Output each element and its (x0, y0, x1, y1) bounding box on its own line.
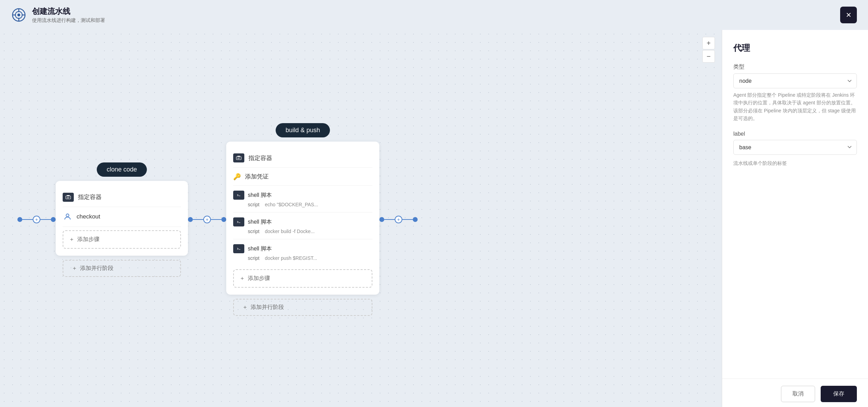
credential-row[interactable]: 🔑 添加凭证 (233, 168, 372, 186)
add-parallel-button-1[interactable]: ＋ 添加并行阶段 (63, 260, 181, 277)
pipeline-canvas: + clone code (17, 123, 418, 316)
add-parallel-plus-icon-1: ＋ (72, 265, 77, 272)
add-step-label-2: 添加步骤 (248, 275, 270, 282)
svg-rect-8 (67, 195, 70, 196)
shell-icon-2 (233, 217, 244, 226)
zoom-controls: + − (702, 37, 715, 63)
right-connector: + (379, 216, 418, 223)
mid-connector-1: + (188, 216, 226, 223)
checkout-label: checkout (77, 213, 100, 220)
shell-title-3: shell 脚本 (248, 245, 272, 253)
type-description: Agent 部分指定整个 Pipeline 或特定阶段将在 Jenkins 环境… (733, 91, 857, 122)
connector-line-1 (22, 219, 33, 220)
add-parallel-plus-icon-2: ＋ (242, 304, 248, 311)
stage-1-card: 指定容器 checkout ＋ (56, 181, 188, 256)
add-step-button-1[interactable]: ＋ 添加步骤 (63, 230, 181, 249)
panel-title: 代理 (733, 42, 857, 54)
connector-dot-2 (51, 217, 56, 222)
connector-line-4 (211, 219, 221, 220)
container-label-1: 指定容器 (78, 193, 102, 201)
container-row-2[interactable]: 指定容器 (233, 149, 372, 168)
shell-header-2: shell 脚本 (233, 217, 372, 226)
save-button[interactable]: 保存 (821, 386, 857, 402)
svg-rect-16 (236, 193, 241, 197)
label-form-group: label base node maven 流水线或单个阶段的标签 (733, 131, 857, 167)
checkout-icon (63, 212, 72, 222)
add-stage-after[interactable]: + (395, 216, 402, 223)
shell-icon-3 (233, 244, 244, 253)
label-description: 流水线或单个阶段的标签 (733, 160, 857, 167)
header-title-block: 创建流水线 使用流水线进行构建，测试和部署 (32, 6, 105, 24)
shell-header-3: shell 脚本 (233, 244, 372, 253)
shell-script-1: script echo "$DOCKER_PAS... (233, 202, 372, 207)
svg-rect-13 (237, 156, 240, 157)
connector-line-2 (40, 219, 51, 220)
checkout-step[interactable]: checkout (63, 207, 181, 227)
add-parallel-label-2: 添加并行阶段 (251, 304, 284, 311)
credential-label: 添加凭证 (245, 173, 269, 181)
page-subtitle: 使用流水线进行构建，测试和部署 (32, 17, 105, 24)
add-parallel-label-1: 添加并行阶段 (80, 265, 113, 272)
shell-step-2[interactable]: shell 脚本 script docker build -f Docke... (233, 213, 372, 239)
cancel-button[interactable]: 取消 (781, 386, 815, 402)
connector-line-3 (193, 219, 203, 220)
connector-dot-4 (221, 217, 226, 222)
connector-line-5 (384, 219, 395, 220)
add-step-plus-icon-2: ＋ (239, 275, 245, 282)
shell-step-1[interactable]: shell 脚本 script echo "$DOCKER_PAS... (233, 186, 372, 213)
stage-1-label: clone code (97, 162, 147, 177)
add-stage-between[interactable]: + (203, 216, 211, 223)
connector-dot-5 (379, 217, 384, 222)
stage-build-push: build & push 指定容器 (226, 123, 379, 316)
left-connector: + (17, 216, 56, 223)
container-icon-1 (63, 193, 74, 202)
type-label: 类型 (733, 63, 857, 71)
connector-dot-1 (17, 217, 22, 222)
svg-rect-18 (236, 220, 241, 224)
add-step-button-2[interactable]: ＋ 添加步骤 (233, 269, 372, 288)
zoom-out-button[interactable]: − (702, 50, 715, 63)
right-panel: 代理 类型 node any none docker kubernetes Ag… (722, 30, 868, 407)
type-select[interactable]: node any none docker kubernetes (733, 73, 857, 88)
container-icon-2 (233, 153, 244, 162)
stage-2-label: build & push (276, 123, 330, 137)
type-form-group: 类型 node any none docker kubernetes Agent… (733, 63, 857, 122)
container-row-1[interactable]: 指定容器 (63, 188, 181, 207)
header-left: 创建流水线 使用流水线进行构建，测试和部署 (11, 6, 105, 24)
key-icon: 🔑 (233, 173, 241, 181)
label-select[interactable]: base node maven (733, 140, 857, 155)
container-label-2: 指定容器 (248, 154, 272, 162)
stage-2-card: 指定容器 🔑 添加凭证 (226, 142, 379, 295)
panel-footer: 取消 保存 (722, 378, 868, 407)
shell-title-1: shell 脚本 (248, 192, 272, 199)
add-stage-before-1[interactable]: + (33, 216, 40, 223)
shell-header-1: shell 脚本 (233, 191, 372, 200)
header: 创建流水线 使用流水线进行构建，测试和部署 ✕ (0, 0, 868, 30)
add-step-plus-icon-1: ＋ (69, 236, 74, 243)
panel-content: 代理 类型 node any none docker kubernetes Ag… (722, 30, 868, 378)
connector-dot-6 (413, 217, 418, 222)
svg-point-6 (17, 14, 20, 16)
logo-icon (11, 7, 26, 23)
stage-clone-code: clone code 指定容器 (56, 162, 188, 277)
shell-icon-1 (233, 191, 244, 200)
shell-title-2: shell 脚本 (248, 218, 272, 226)
label-label: label (733, 131, 857, 137)
svg-point-11 (66, 214, 69, 217)
add-parallel-button-2[interactable]: ＋ 添加并行阶段 (233, 299, 372, 316)
close-button[interactable]: ✕ (840, 7, 857, 23)
close-icon: ✕ (846, 11, 852, 19)
connector-line-6 (402, 219, 413, 220)
svg-rect-20 (236, 247, 241, 251)
zoom-in-button[interactable]: + (702, 37, 715, 49)
shell-script-3: script docker push $REGIST... (233, 255, 372, 261)
canvas-area: + − + clone code (0, 30, 722, 407)
add-step-label-1: 添加步骤 (77, 236, 100, 243)
shell-script-2: script docker build -f Docke... (233, 229, 372, 234)
shell-step-3[interactable]: shell 脚本 script docker push $REGIST... (233, 239, 372, 266)
page-title: 创建流水线 (32, 6, 105, 17)
main-layout: + − + clone code (0, 30, 868, 407)
connector-dot-3 (188, 217, 193, 222)
